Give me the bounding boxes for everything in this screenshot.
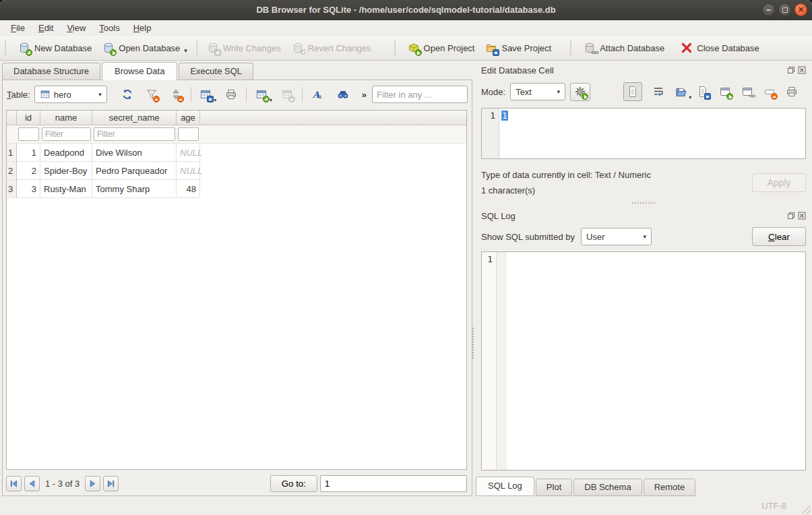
sql-log-content[interactable]	[507, 252, 805, 470]
filter-any-input[interactable]	[372, 86, 468, 103]
titlebar[interactable]: DB Browser for SQLite - /home/user/code/…	[0, 0, 812, 20]
edit-display-format-button[interactable]	[309, 86, 325, 102]
tab-db-schema[interactable]: DB Schema	[573, 479, 642, 496]
cell-age[interactable]: NULL	[177, 144, 200, 162]
last-record-button[interactable]	[103, 476, 119, 491]
apply-format-button[interactable]	[570, 83, 590, 101]
record-navigation: 1 - 3 of 3 Go to:	[3, 471, 472, 495]
cell-secret-name[interactable]: Pedro Parqueador	[92, 162, 177, 180]
table-row[interactable]: 2 2 Spider-Boy Pedro Parqueador NULL	[7, 162, 466, 180]
import-data-icon[interactable]: ▾	[675, 86, 687, 98]
dock-float-icon[interactable]	[787, 212, 795, 220]
maximize-button[interactable]	[778, 3, 791, 16]
chevron-down-icon: ▾	[557, 89, 561, 95]
filter-input-age[interactable]	[178, 127, 199, 141]
column-header-name[interactable]: name	[40, 111, 92, 125]
goto-button[interactable]: Go to:	[270, 475, 317, 492]
goto-input[interactable]	[320, 475, 467, 492]
cell-name[interactable]: Spider-Boy	[40, 162, 92, 180]
open-project-button[interactable]: Open Project	[402, 38, 480, 57]
close-database-button[interactable]: Close Database	[675, 38, 765, 57]
toolbar-overflow-chevron[interactable]: »	[362, 90, 367, 100]
save-project-icon	[485, 42, 497, 54]
attach-database-button[interactable]: Attach Database	[578, 38, 670, 57]
table-row[interactable]: 3 3 Rusty-Man Tommy Sharp 48	[7, 180, 466, 198]
cell-secret-name[interactable]: Dive Wilson	[92, 144, 177, 162]
toolbar-drag-handle[interactable]	[570, 40, 574, 55]
new-database-icon	[18, 42, 30, 54]
open-in-external-icon[interactable]	[719, 86, 731, 98]
new-database-button[interactable]: New Database	[13, 38, 97, 57]
refresh-button[interactable]	[119, 86, 135, 102]
tab-database-structure[interactable]: Database Structure	[2, 63, 100, 80]
chevron-down-icon: ▾	[643, 234, 646, 240]
set-null-icon[interactable]	[763, 86, 776, 98]
toolbar-drag-handle[interactable]	[394, 40, 398, 55]
menu-file[interactable]: File	[4, 21, 32, 35]
dock-close-icon[interactable]	[798, 212, 806, 220]
cell-age[interactable]: NULL	[177, 162, 200, 180]
text-mode-toggle[interactable]	[623, 82, 642, 101]
column-header-secret-name[interactable]: secret_name	[92, 111, 177, 125]
insert-record-button[interactable]: ▾	[253, 86, 270, 102]
cell-id[interactable]: 1	[17, 144, 40, 162]
save-project-button[interactable]: Save Project	[480, 38, 557, 57]
dock-float-icon[interactable]	[787, 66, 795, 74]
show-sql-select[interactable]: User ▾	[581, 228, 652, 245]
previous-record-button[interactable]	[24, 476, 40, 491]
cell-name[interactable]: Rusty-Man	[40, 180, 92, 198]
table-select[interactable]: hero ▾	[34, 86, 107, 103]
close-button[interactable]: ✕	[794, 3, 807, 16]
print-button[interactable]	[223, 86, 239, 102]
dock-splitter[interactable]	[481, 198, 806, 208]
write-changes-button[interactable]: Write Changes	[201, 38, 286, 57]
filter-input-id[interactable]	[18, 127, 39, 141]
clear-filters-button[interactable]	[144, 86, 160, 102]
panel-splitter[interactable]	[472, 328, 474, 359]
revert-changes-button[interactable]: Revert Changes	[286, 38, 377, 57]
cell-editor-content[interactable]: 1	[499, 109, 805, 158]
print-cell-icon[interactable]	[786, 86, 798, 98]
sql-log-editor[interactable]: 1	[481, 251, 806, 471]
delete-record-button[interactable]	[279, 86, 295, 102]
tab-execute-sql[interactable]: Execute SQL	[179, 63, 253, 80]
copy-link-icon[interactable]	[741, 86, 753, 98]
resize-grip[interactable]	[802, 505, 811, 514]
table-row[interactable]: 1 1 Deadpond Dive Wilson NULL	[7, 144, 466, 162]
mode-select[interactable]: Text ▾	[510, 83, 565, 100]
column-header-id[interactable]: id	[17, 111, 40, 125]
toolbar-drag-handle[interactable]	[5, 40, 9, 55]
cell-age[interactable]: 48	[177, 180, 200, 198]
export-data-icon[interactable]	[697, 86, 709, 98]
first-record-button[interactable]	[6, 476, 22, 491]
word-wrap-icon[interactable]	[652, 86, 664, 98]
dock-tabbar: SQL Log Plot DB Schema Remote	[476, 477, 806, 496]
filter-input-secret-name[interactable]	[94, 127, 175, 141]
save-results-button[interactable]: ▾	[197, 86, 214, 102]
cell-name[interactable]: Deadpond	[40, 144, 92, 162]
tab-remote[interactable]: Remote	[644, 479, 696, 496]
cell-id[interactable]: 3	[17, 180, 40, 198]
open-database-button[interactable]: Open Database ▾	[97, 38, 193, 57]
menu-tools[interactable]: Tools	[92, 21, 126, 35]
clear-sorting-button[interactable]	[168, 86, 184, 102]
minimize-button[interactable]	[762, 3, 775, 16]
tab-sql-log[interactable]: SQL Log	[476, 477, 534, 496]
apply-button[interactable]: Apply	[752, 173, 806, 192]
save-results-icon: ▾	[199, 88, 212, 100]
tab-plot[interactable]: Plot	[536, 479, 572, 496]
tab-browse-data[interactable]: Browse Data	[102, 62, 177, 80]
next-record-button[interactable]	[85, 476, 100, 491]
column-header-age[interactable]: age	[177, 111, 200, 125]
menu-edit[interactable]: Edit	[32, 21, 60, 35]
filter-input-name[interactable]	[42, 127, 91, 141]
menu-help[interactable]: Help	[127, 21, 158, 35]
cell-editor[interactable]: 1 1	[481, 108, 806, 159]
cell-id[interactable]: 2	[17, 162, 40, 180]
clear-log-button[interactable]: Clear	[752, 227, 806, 246]
find-in-table-button[interactable]	[335, 86, 351, 102]
cell-secret-name[interactable]: Tommy Sharp	[92, 180, 177, 198]
menu-view[interactable]: View	[60, 21, 92, 35]
open-database-dropdown-caret[interactable]: ▾	[184, 48, 187, 54]
dock-close-icon[interactable]	[798, 66, 806, 74]
